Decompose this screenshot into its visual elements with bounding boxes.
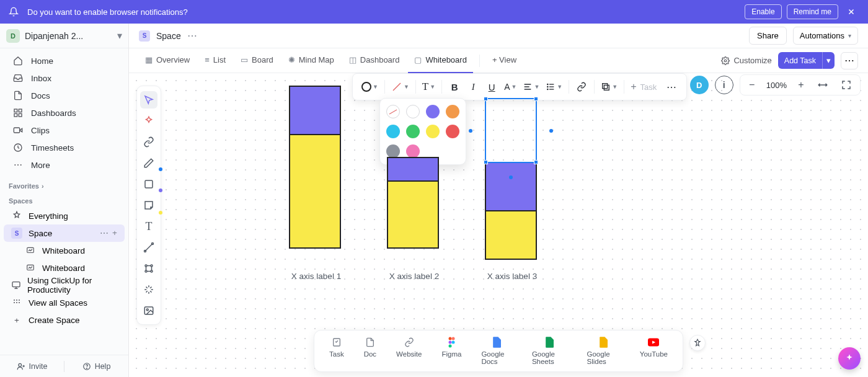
x-label-1[interactable]: X axis label 1 (285, 272, 347, 281)
color-purple[interactable] (426, 105, 440, 118)
sticky-tool[interactable] (140, 197, 157, 214)
bar-1-yellow[interactable] (289, 134, 341, 249)
enable-button[interactable]: Enable (745, 4, 781, 19)
sidebar-item-home[interactable]: Home (4, 52, 125, 69)
shape-tool[interactable] (140, 175, 157, 193)
zoom-out-button[interactable]: − (746, 79, 758, 91)
pin-button[interactable] (689, 335, 706, 351)
layer-button[interactable]: ▼ (598, 78, 620, 96)
sidebar-item-timesheets[interactable]: Timesheets (4, 139, 125, 156)
dock-youtube[interactable]: YouTube (630, 334, 678, 368)
ai-tool[interactable] (140, 112, 157, 130)
x-label-3[interactable]: X axis label 3 (481, 272, 543, 281)
favorites-label[interactable]: Favorites › (0, 177, 128, 192)
fullscreen-button[interactable] (839, 78, 854, 92)
sidebar-item-dashboards[interactable]: Dashboards (4, 104, 125, 122)
tab-board[interactable]: ▭Board (234, 48, 280, 73)
italic-button[interactable]: I (464, 78, 482, 96)
dock-google-slides[interactable]: Google Slides (577, 334, 630, 368)
border-color-button[interactable]: ▼ (389, 78, 412, 96)
underline-button[interactable]: U (483, 78, 500, 96)
template-tool[interactable] (140, 260, 157, 277)
add-task-dropdown[interactable]: ▾ (822, 52, 835, 69)
whiteboard-canvas[interactable]: T ▼ ▼ T▼ B I U A▼ ▼ ▼ (129, 73, 868, 377)
bar-3[interactable] (485, 98, 537, 260)
sidebar-item-more[interactable]: More (4, 156, 125, 174)
sparkle-tool[interactable] (140, 281, 157, 298)
color-pink[interactable] (406, 144, 420, 158)
sidebar-item-create-space[interactable]: + Create Space (4, 311, 125, 329)
sidebar-item-whiteboard-2[interactable]: Whiteboard (4, 259, 125, 277)
plus-icon[interactable]: + (112, 228, 117, 238)
link-button[interactable] (573, 78, 590, 96)
more-button[interactable]: ⋯ (841, 52, 858, 69)
tab-whiteboard[interactable]: ▢Whiteboard (408, 48, 472, 73)
bold-button[interactable]: B (446, 78, 463, 96)
share-button[interactable]: Share (749, 27, 787, 45)
bar-2-purple[interactable] (387, 157, 439, 182)
zoom-in-button[interactable]: + (795, 79, 807, 91)
bar-3-top-selected[interactable] (485, 98, 537, 163)
color-yellow[interactable] (426, 125, 440, 138)
align-button[interactable]: ▼ (520, 78, 542, 96)
bar-2[interactable] (387, 157, 439, 249)
close-icon[interactable] (843, 4, 859, 20)
ai-fab[interactable] (838, 347, 861, 370)
fill-color-button[interactable]: ▼ (359, 78, 381, 96)
info-button[interactable]: i (715, 76, 733, 94)
invite-button[interactable]: Invite (0, 362, 64, 371)
bar-1[interactable] (289, 86, 341, 249)
pen-tool[interactable] (140, 154, 157, 172)
text-style-button[interactable]: T▼ (420, 78, 438, 96)
sidebar-item-space[interactable]: S Space ⋯ + (4, 224, 125, 242)
fit-width-button[interactable] (815, 78, 830, 92)
list-button[interactable]: ▼ (543, 78, 565, 96)
color-green[interactable] (406, 125, 420, 138)
workspace-switcher[interactable]: D Dipanjenah 2... ▾ (0, 24, 128, 48)
color-red[interactable] (446, 125, 459, 138)
zoom-value[interactable]: 100% (766, 81, 787, 90)
dock-website[interactable]: Website (386, 334, 432, 368)
sidebar-item-inbox[interactable]: Inbox (4, 69, 125, 87)
bar-3-purple[interactable] (485, 162, 537, 211)
color-gray[interactable] (386, 144, 400, 158)
color-white[interactable] (406, 105, 420, 118)
color-none[interactable] (386, 105, 400, 118)
bar-3-yellow[interactable] (485, 210, 537, 260)
more-icon[interactable]: ⋯ (100, 228, 108, 238)
dock-google-docs[interactable]: Google Docs (471, 334, 521, 368)
color-orange[interactable] (446, 105, 459, 118)
tab-dashboard[interactable]: ◫Dashboard (343, 48, 406, 73)
color-cyan[interactable] (386, 125, 400, 138)
sidebar-item-clips[interactable]: Clips (4, 122, 125, 139)
tab-list[interactable]: ≡List (198, 48, 232, 73)
add-task-button[interactable]: Add Task (778, 52, 822, 69)
dock-figma[interactable]: Figma (432, 334, 471, 368)
user-avatar[interactable]: D (690, 76, 709, 94)
help-button[interactable]: Help (64, 362, 128, 371)
dock-google-sheets[interactable]: Google Sheets (522, 334, 577, 368)
image-tool[interactable] (140, 302, 157, 319)
connector-tool[interactable] (140, 239, 157, 256)
more-icon[interactable]: ⋯ (187, 30, 197, 42)
text-tool[interactable]: T (140, 218, 157, 235)
bar-1-purple[interactable] (289, 86, 341, 135)
link-tool[interactable] (140, 133, 157, 151)
select-tool[interactable] (140, 91, 157, 109)
tab-mind-map[interactable]: ✺Mind Map (282, 48, 340, 73)
dock-doc[interactable]: Doc (354, 334, 386, 368)
tab-add-view[interactable]: + View (486, 48, 523, 73)
sidebar-item-everything[interactable]: Everything (4, 207, 125, 224)
x-label-2[interactable]: X axis label 2 (383, 272, 445, 281)
customize-button[interactable]: Customize (721, 56, 771, 65)
tab-overview[interactable]: ▦Overview (139, 48, 196, 73)
add-task-from-shape[interactable]: +Task (628, 78, 662, 96)
sidebar-item-whiteboard-1[interactable]: Whiteboard (4, 242, 125, 259)
dock-task[interactable]: Task (319, 334, 354, 368)
remind-me-button[interactable]: Remind me (787, 4, 838, 19)
text-color-button[interactable]: A▼ (502, 78, 519, 96)
more-options-button[interactable]: ⋯ (663, 78, 680, 96)
automations-button[interactable]: Automations ▾ (793, 27, 858, 45)
sidebar-item-view-all-spaces[interactable]: View all Spaces (4, 294, 125, 311)
bar-2-yellow[interactable] (387, 180, 439, 249)
